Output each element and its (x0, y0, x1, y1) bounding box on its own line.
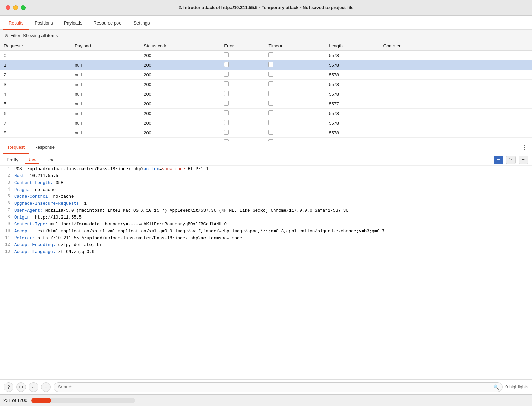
tab-settings[interactable]: Settings (128, 17, 155, 30)
th-extra (456, 41, 532, 51)
code-line-10: 10 Accept: text/html,application/xhtml+x… (0, 228, 532, 235)
code-line-7: 7 User-Agent: Mozilla/5.0 (Macintosh; In… (0, 207, 532, 214)
timeout-checkbox[interactable] (268, 110, 273, 115)
error-checkbox[interactable] (224, 91, 229, 96)
close-button[interactable] (6, 5, 10, 10)
search-wrapper: 🔍 (54, 382, 503, 392)
search-icon: 🔍 (493, 384, 499, 390)
highlights-count: 0 highlights (505, 384, 528, 389)
tab-request[interactable]: Request (3, 142, 29, 154)
sub-tabs-bar: Pretty Raw Hex ≡ \n ≡ (0, 154, 532, 166)
table-row[interactable]: 5null2005577 (0, 99, 532, 109)
progress-bar-fill (31, 398, 51, 403)
filter-icon: ⊘ (4, 33, 8, 38)
th-error[interactable]: Error (220, 41, 265, 51)
search-input[interactable] (54, 382, 503, 392)
timeout-checkbox[interactable] (268, 81, 273, 86)
tab-payloads[interactable]: Payloads (58, 17, 88, 30)
code-line-13: 13 Accept-Language: zh-CN,zh;q=0.9 (0, 249, 532, 255)
th-status[interactable]: Status code (140, 41, 220, 51)
error-checkbox[interactable] (224, 120, 229, 125)
timeout-checkbox[interactable] (268, 72, 273, 77)
timeout-checkbox[interactable] (268, 91, 273, 96)
code-line-8: 8 Origin: http://10.211.55.5 (0, 214, 532, 221)
request-count: 231 of 1200 (3, 398, 27, 403)
code-line-12: 12 Accept-Encoding: gzip, deflate, br (0, 242, 532, 249)
table-row[interactable]: 02005578 (0, 51, 532, 60)
error-checkbox[interactable] (224, 130, 229, 135)
status-bar: 231 of 1200 (0, 394, 532, 406)
code-line-4: 4 Pragma: no-cache (0, 186, 532, 193)
code-line-11: 11 Referer: http://10.211.55.5/upload/up… (0, 235, 532, 242)
forward-button[interactable]: → (41, 382, 51, 392)
tab-bar: Results Positions Payloads Resource pool… (0, 16, 532, 30)
sub-tab-actions: ≡ \n ≡ (494, 156, 528, 164)
table-row[interactable]: 3null2005578 (0, 80, 532, 89)
minimize-button[interactable] (13, 5, 18, 10)
error-checkbox[interactable] (224, 81, 229, 86)
filter-text: Filter: Showing all items (10, 33, 58, 38)
th-payload[interactable]: Payload (71, 41, 140, 51)
table-row[interactable]: 4null2005578 (0, 89, 532, 99)
req-res-tabs: Request Response ⋮ (0, 141, 532, 154)
error-checkbox[interactable] (224, 72, 229, 77)
tab-resource-pool[interactable]: Resource pool (88, 17, 128, 30)
th-length[interactable]: Length (325, 41, 380, 51)
error-checkbox[interactable] (224, 52, 229, 57)
error-checkbox[interactable] (224, 110, 229, 115)
bottom-bar: ? ⚙ ← → 🔍 0 highlights (0, 379, 532, 394)
code-area: 1 POST /upload/upload-labs-master/Pass-1… (0, 166, 532, 379)
timeout-checkbox[interactable] (268, 101, 273, 106)
code-line-1: 1 POST /upload/upload-labs-master/Pass-1… (0, 166, 532, 173)
back-button[interactable]: ← (29, 382, 38, 392)
newline-btn[interactable]: \n (506, 156, 516, 164)
sub-tab-hex[interactable]: Hex (42, 156, 56, 164)
settings-button[interactable]: ⚙ (16, 382, 26, 392)
code-line-6: 6 Upgrade-Insecure-Requests: 1 (0, 200, 532, 207)
title-bar: 2. Intruder attack of http://10.211.55.5… (0, 0, 532, 15)
word-wrap-btn[interactable]: ≡ (494, 156, 503, 164)
main-window: Results Positions Payloads Resource pool… (0, 15, 532, 394)
table-row[interactable]: 6null2005578 (0, 109, 532, 118)
timeout-checkbox[interactable] (268, 52, 273, 57)
format-btn[interactable]: ≡ (519, 156, 528, 164)
help-button[interactable]: ? (4, 382, 13, 392)
error-checkbox[interactable] (224, 62, 229, 67)
filter-bar: ⊘ Filter: Showing all items (0, 30, 532, 41)
table-row[interactable]: 2null2005578 (0, 70, 532, 80)
maximize-button[interactable] (21, 5, 26, 10)
results-table: Request ↑ Payload Status code Error Time… (0, 41, 532, 141)
timeout-checkbox[interactable] (268, 130, 273, 135)
progress-bar-container (31, 398, 135, 403)
timeout-checkbox[interactable] (268, 120, 273, 125)
req-res-pane: Request Response ⋮ Pretty Raw Hex ≡ \n ≡… (0, 141, 532, 394)
tab-results[interactable]: Results (3, 17, 29, 30)
timeout-checkbox[interactable] (268, 62, 273, 67)
table-row[interactable]: 8null2005578 (0, 128, 532, 138)
table-row[interactable]: 7null2005578 (0, 118, 532, 128)
sub-tab-raw[interactable]: Raw (25, 156, 39, 164)
error-checkbox[interactable] (224, 101, 229, 106)
code-line-5: 5 Cache-Control: no-cache (0, 193, 532, 200)
traffic-lights (6, 5, 26, 10)
sub-tab-pretty[interactable]: Pretty (4, 156, 21, 164)
th-timeout[interactable]: Timeout (265, 41, 325, 51)
th-comment[interactable]: Comment (380, 41, 456, 51)
table-row[interactable]: 9null2005577 (0, 138, 532, 142)
code-line-9: 9 Content-Type: multipart/form-data; bou… (0, 221, 532, 228)
code-line-2: 2 Host: 10.211.55.5 (0, 173, 532, 180)
more-menu-icon[interactable]: ⋮ (521, 144, 528, 151)
tab-response[interactable]: Response (29, 142, 59, 154)
tab-positions[interactable]: Positions (29, 17, 58, 30)
th-request[interactable]: Request ↑ (0, 41, 71, 51)
table-row[interactable]: 1null2005578 (0, 60, 532, 70)
window-title: 2. Intruder attack of http://10.211.55.5… (179, 5, 354, 10)
results-table-container[interactable]: Request ↑ Payload Status code Error Time… (0, 41, 532, 141)
code-line-3: 3 Content-Length: 358 (0, 180, 532, 186)
